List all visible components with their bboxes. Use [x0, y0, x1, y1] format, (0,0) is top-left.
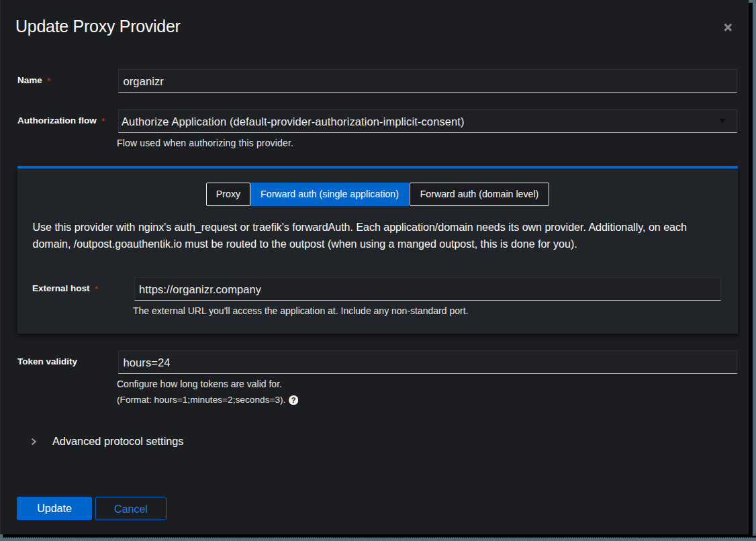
svg-text:?: ?: [291, 395, 295, 403]
